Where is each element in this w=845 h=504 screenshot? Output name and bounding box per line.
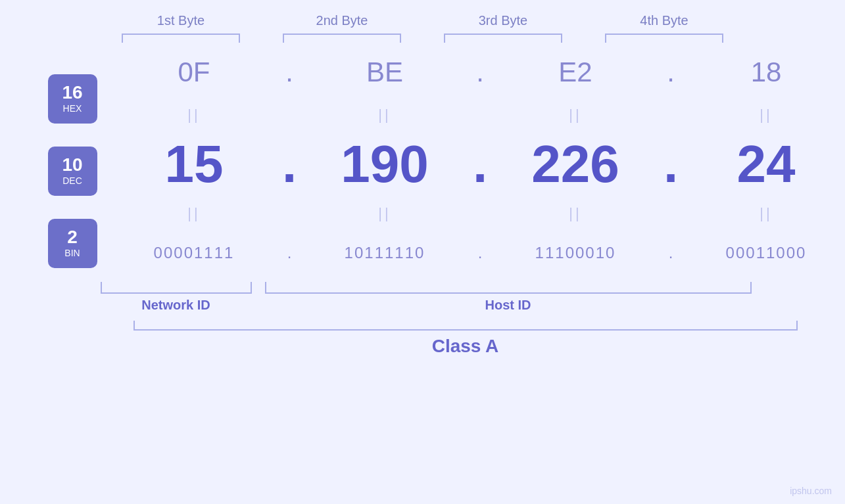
dec-badge-label: DEC [62, 175, 82, 187]
byte-header-4: 4th Byte [640, 13, 688, 28]
class-label: Class A [432, 336, 499, 357]
dot-bin-1: . [279, 244, 299, 262]
hex-row: 0F . BE . E2 . 18 [115, 43, 845, 102]
bin-badge: 2 BIN [48, 219, 97, 268]
network-id-label-container: Network ID [101, 298, 252, 313]
watermark: ipshu.com [790, 486, 832, 496]
equals-row-2: || || || || [115, 200, 845, 227]
byte-col-2: 2nd Byte [262, 13, 423, 43]
top-bracket-1 [122, 34, 240, 43]
bin-row: 00001111 . 10111110 . 11100010 . 0001100… [115, 227, 845, 279]
dec-badge: 10 DEC [48, 147, 97, 196]
network-id-label: Network ID [141, 298, 210, 312]
equals2-3: || [503, 205, 648, 222]
bin-val-1: 00001111 [122, 244, 266, 262]
byte-header-2: 2nd Byte [316, 13, 368, 28]
hex-badge: 16 HEX [48, 74, 97, 124]
hex-val-1: 0F [122, 57, 266, 88]
equals2-1: || [122, 205, 266, 222]
dec-val-2: 190 [312, 134, 457, 195]
labels-column: 16 HEX 10 DEC 2 BIN [30, 43, 115, 279]
host-id-label: Host ID [485, 298, 531, 312]
class-section: Class A [133, 321, 798, 357]
byte-header-1: 1st Byte [157, 13, 205, 28]
byte-col-4: 4th Byte [584, 13, 745, 43]
equals-1: || [122, 106, 266, 124]
dot-dec-2: . [470, 134, 490, 195]
bin-badge-label: BIN [64, 248, 80, 259]
byte-headers-row: 1st Byte 2nd Byte 3rd Byte 4th Byte [101, 13, 831, 43]
top-bracket-3 [444, 34, 562, 43]
equals-row-1: || || || || [115, 102, 845, 128]
top-bracket-2 [283, 34, 401, 43]
dot-dec-1: . [279, 134, 299, 195]
dot-bin-3: . [661, 244, 681, 262]
top-bracket-4 [605, 34, 723, 43]
dec-val-1: 15 [122, 134, 266, 195]
equals-2: || [312, 106, 457, 124]
hex-badge-num: 16 [62, 83, 82, 103]
byte-col-1: 1st Byte [101, 13, 262, 43]
host-id-label-container: Host ID [265, 298, 752, 313]
class-bracket [133, 321, 798, 331]
bin-badge-num: 2 [67, 227, 78, 248]
equals2-2: || [312, 205, 457, 222]
bin-val-3: 11100010 [503, 244, 648, 262]
equals-4: || [694, 106, 838, 124]
equals2-4: || [694, 205, 838, 222]
values-area: 0F . BE . E2 . 18 || || || || 15 [115, 43, 845, 279]
dot-hex-3: . [661, 57, 681, 88]
dot-hex-2: . [470, 57, 490, 88]
hex-badge-label: HEX [63, 103, 82, 114]
hex-val-2: BE [312, 57, 457, 88]
dot-hex-1: . [279, 57, 299, 88]
main-container: 1st Byte 2nd Byte 3rd Byte 4th Byte [0, 0, 845, 504]
bin-val-2: 10111110 [312, 244, 457, 262]
bin-val-4: 00011000 [694, 244, 838, 262]
dec-badge-num: 10 [62, 155, 82, 175]
dec-val-4: 24 [694, 134, 838, 195]
id-labels-row: Network ID Host ID [101, 298, 831, 313]
main-grid: 16 HEX 10 DEC 2 BIN 0F . BE . E2 . 18 [30, 43, 845, 279]
bottom-brackets-area [101, 282, 831, 294]
equals-3: || [503, 106, 648, 124]
dec-row: 15 . 190 . 226 . 24 [115, 128, 845, 200]
dot-bin-2: . [470, 244, 490, 262]
network-id-bracket [101, 282, 252, 294]
byte-col-3: 3rd Byte [423, 13, 584, 43]
dec-val-3: 226 [503, 134, 648, 195]
hex-val-4: 18 [694, 57, 838, 88]
host-id-bracket [265, 282, 752, 294]
hex-val-3: E2 [503, 57, 648, 88]
dot-dec-3: . [661, 134, 681, 195]
byte-header-3: 3rd Byte [479, 13, 527, 28]
